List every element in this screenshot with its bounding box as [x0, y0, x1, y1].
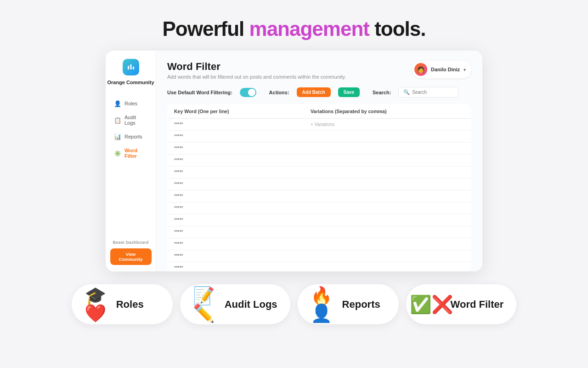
hero-highlight: management [249, 17, 369, 40]
sidebar-nav: 👤 Roles 📋 Audit Logs 📊 Reports ✳️ Word F… [106, 97, 156, 240]
default-word-filter-toggle[interactable] [240, 88, 256, 97]
feature-tile-roles[interactable]: 🎓❤️ Roles [72, 284, 173, 324]
sidebar-item-reports-label: Reports [124, 134, 142, 139]
word-filter-feature-label: Word Filter [451, 299, 504, 310]
save-button[interactable]: Save [338, 87, 360, 97]
search-input[interactable] [412, 90, 453, 95]
features-row: 🎓❤️ Roles 📝✏️ Audit Logs 🔥👤 Reports ✅❌ W… [0, 284, 588, 324]
variation-cell[interactable] [304, 238, 471, 250]
keyword-cell[interactable]: ***** [168, 202, 304, 214]
sidebar-item-roles-label: Roles [124, 101, 137, 106]
hero-suffix: tools. [369, 17, 426, 40]
toolbar: Use Default Word Filtering: Actions: Add… [167, 87, 471, 98]
page-subtitle: Add words that will be filtered out on p… [167, 74, 346, 80]
variation-cell[interactable] [304, 167, 471, 178]
table-row: ***** [168, 250, 471, 262]
roles-feature-label: Roles [116, 299, 144, 310]
keyword-cell[interactable]: ***** [168, 250, 304, 262]
sidebar-logo [123, 59, 139, 75]
variation-cell[interactable] [304, 250, 471, 262]
variation-cell[interactable] [304, 190, 471, 202]
keyword-cell[interactable]: ***** [168, 119, 304, 131]
table-row: ***** [168, 143, 471, 155]
svg-rect-0 [128, 66, 129, 69]
col-variations-header: Variations (Separated by comma) [304, 104, 471, 119]
table-row: ***** [168, 131, 471, 143]
variation-cell[interactable] [304, 202, 471, 214]
feature-tile-reports[interactable]: 🔥👤 Reports [298, 284, 399, 324]
table-row: ***** [168, 202, 471, 214]
variation-cell[interactable] [304, 131, 471, 143]
variation-cell[interactable] [304, 155, 471, 167]
search-label: Search: [373, 90, 391, 95]
variation-cell[interactable]: + Variations [304, 119, 471, 131]
sidebar-item-word-filter-label: Word Filter [124, 148, 147, 159]
sidebar-item-reports[interactable]: 📊 Reports [109, 130, 152, 144]
table-row: ***** [168, 238, 471, 250]
variation-cell[interactable] [304, 214, 471, 226]
table-row: ***** [168, 167, 471, 178]
svg-rect-1 [130, 64, 131, 69]
avatar: 🧑 [414, 63, 427, 76]
roles-icon: 👤 [114, 100, 121, 107]
audit-logs-feature-icon: 📝✏️ [193, 292, 218, 317]
actions-label: Actions: [269, 90, 289, 95]
reports-feature-label: Reports [342, 299, 380, 310]
audit-logs-icon: 📋 [114, 116, 121, 124]
word-filter-feature-icon: ✅❌ [419, 292, 444, 317]
sidebar-bottom: Beam Dashboard View Community [106, 240, 156, 265]
chevron-down-icon: ▾ [464, 67, 466, 72]
sidebar-item-roles[interactable]: 👤 Roles [109, 97, 152, 110]
word-filter-table-wrap: Key Word (One per line) Variations (Sepa… [167, 104, 471, 271]
variation-cell[interactable] [304, 143, 471, 155]
user-info[interactable]: 🧑 Danilo Diniz ▾ [412, 61, 471, 78]
dashboard-card: Orange Community 👤 Roles 📋 Audit Logs 📊 … [106, 51, 482, 271]
keyword-cell[interactable]: ***** [168, 178, 304, 190]
sidebar-item-audit-logs[interactable]: 📋 Audit Logs [109, 111, 152, 129]
sidebar: Orange Community 👤 Roles 📋 Audit Logs 📊 … [106, 51, 156, 271]
table-row: ***** [168, 178, 471, 190]
sidebar-item-word-filter[interactable]: ✳️ Word Filter [109, 144, 152, 162]
table-row: ***** [168, 226, 471, 238]
add-batch-button[interactable]: Add Batch [297, 87, 331, 97]
keyword-cell[interactable]: ***** [168, 262, 304, 272]
sidebar-community-name: Orange Community [107, 79, 154, 86]
toggle-knob [248, 89, 255, 96]
hero-prefix: Powerful [162, 17, 249, 40]
keyword-cell[interactable]: ***** [168, 167, 304, 178]
keyword-cell[interactable]: ***** [168, 131, 304, 143]
keyword-cell[interactable]: ***** [168, 214, 304, 226]
beam-label: Beam Dashboard [113, 240, 148, 245]
word-filter-icon: ✳️ [114, 150, 121, 157]
hero-heading: Powerful management tools. [162, 17, 425, 40]
keyword-cell[interactable]: ***** [168, 143, 304, 155]
search-input-wrap: 🔍 [398, 87, 458, 98]
reports-icon: 📊 [114, 133, 121, 140]
feature-tile-audit-logs[interactable]: 📝✏️ Audit Logs [180, 284, 290, 324]
table-row: *****+ Variations [168, 119, 471, 131]
variation-cell[interactable] [304, 226, 471, 238]
title-section: Word Filter Add words that will be filte… [167, 61, 346, 80]
word-filter-table: Key Word (One per line) Variations (Sepa… [167, 104, 471, 271]
keyword-cell[interactable]: ***** [168, 238, 304, 250]
keyword-cell[interactable]: ***** [168, 155, 304, 167]
col-keyword-header: Key Word (One per line) [168, 104, 304, 119]
variation-cell[interactable] [304, 262, 471, 272]
table-row: ***** [168, 214, 471, 226]
page-title: Word Filter [167, 61, 346, 73]
svg-rect-2 [133, 67, 134, 69]
view-community-button[interactable]: View Community [110, 248, 152, 265]
feature-tile-word-filter[interactable]: ✅❌ Word Filter [406, 284, 517, 324]
keyword-cell[interactable]: ***** [168, 226, 304, 238]
roles-feature-icon: 🎓❤️ [85, 292, 110, 317]
user-name: Danilo Diniz [431, 67, 460, 72]
variation-cell[interactable] [304, 178, 471, 190]
table-row: ***** [168, 190, 471, 202]
table-row: ***** [168, 155, 471, 167]
table-row: ***** [168, 262, 471, 272]
filter-toggle-label: Use Default Word Filtering: [167, 90, 232, 95]
search-icon: 🔍 [403, 89, 410, 95]
reports-feature-icon: 🔥👤 [311, 292, 336, 317]
main-header: Word Filter Add words that will be filte… [167, 61, 471, 80]
keyword-cell[interactable]: ***** [168, 190, 304, 202]
